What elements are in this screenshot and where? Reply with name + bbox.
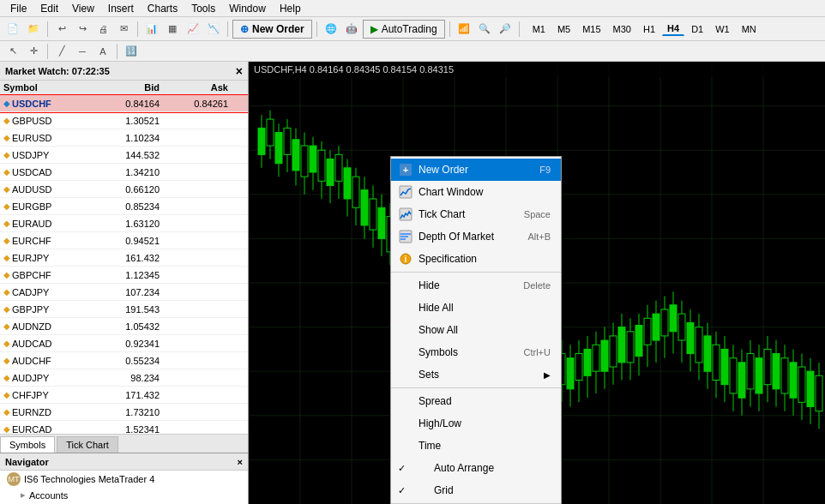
ctx-new-order[interactable]: + New Order F9 [391,159,561,181]
menu-file[interactable]: File [3,1,33,16]
market-watch-row[interactable]: ◆AUDCHF0.55234 [0,352,248,369]
undo-btn[interactable]: ↩ [52,20,71,39]
ctx-tick-chart-shortcut: Space [507,209,551,219]
menu-insert[interactable]: Insert [101,1,141,16]
menu-help[interactable]: Help [273,1,308,16]
accounts-arrow: ▸ [21,489,26,501]
tf-d1[interactable]: D1 [686,22,708,36]
nav-label-accounts: Accounts [29,490,68,501]
market-watch-row[interactable]: ◆EURJPY161.432 [0,249,248,267]
navigator-close[interactable]: × [238,457,243,467]
ctx-hide-all[interactable]: Hide All [391,297,561,319]
globe-btn[interactable]: 🌐 [322,20,340,39]
market-watch-row[interactable]: ◆EURNZD1.73210 [0,404,248,421]
market-watch-row[interactable]: ◆AUDCAD0.92341 [0,335,248,352]
menu-tools[interactable]: Tools [184,1,222,16]
ctx-time[interactable]: Time [391,435,561,457]
ctx-symbols-label: Symbols [419,346,458,358]
market-watch-row[interactable]: ◆AUDJPY98.234 [0,369,248,387]
print-btn[interactable]: 🖨 [93,20,112,39]
chart-btn[interactable]: 📊 [142,20,161,39]
ctx-depth-of-market[interactable]: Depth Of Market Alt+B [391,225,561,248]
ctx-grid[interactable]: ✓ Grid [391,479,561,501]
market-watch-row[interactable]: ◆AUDUSD0.66120 [0,181,248,198]
candle-btn[interactable]: 📈 [184,20,202,39]
line-tool[interactable]: ╱ [52,42,71,61]
fib-btn[interactable]: 🔢 [122,42,141,61]
cursor-btn[interactable]: ↖ [3,42,22,61]
svg-rect-107 [627,332,634,363]
symbol-name: EURCHF [12,236,51,246]
ctx-chart-window[interactable]: Chart Window [391,181,561,203]
ctx-auto-arrange[interactable]: ✓ Auto Arrange [391,457,561,479]
market-watch-title: Market Watch: 07:22:35 [5,66,110,76]
ctx-tick-chart[interactable]: Tick Chart Space [391,203,561,225]
signal-btn[interactable]: 📶 [455,20,473,39]
tab-symbols[interactable]: Symbols [0,436,55,453]
svg-rect-95 [575,354,582,381]
tab-tick-chart[interactable]: Tick Chart [57,436,118,453]
ctx-spread[interactable]: Spread [391,390,561,412]
tf-m1[interactable]: M1 [527,22,551,36]
ctx-high-low[interactable]: High/Low [391,412,561,435]
line-btn[interactable]: 📉 [204,20,223,39]
ctx-hide[interactable]: Hide Delete [391,274,561,297]
market-watch-row[interactable]: ◆USDCHF0.841640.84261 [0,95,248,112]
market-watch-row[interactable]: ◆GBPJPY191.543 [0,301,248,318]
market-watch-close[interactable]: × [236,65,243,77]
svg-rect-154 [400,186,412,198]
ctx-sets[interactable]: Sets ▶ [391,363,561,386]
bar-btn[interactable]: ▦ [163,20,182,39]
svg-rect-125 [704,336,711,371]
market-watch-row[interactable]: ◆AUDNZD1.05432 [0,318,248,335]
chart-area[interactable]: USDCHF,H4 0.84164 0.84345 0.84154 0.8431… [249,62,825,504]
email-btn[interactable]: ✉ [114,20,133,39]
market-watch-row[interactable]: ◆GBPUSD1.30521 [0,112,248,129]
symbol-name: CADJPY [12,287,49,297]
menu-charts[interactable]: Charts [141,1,184,16]
ctx-specification[interactable]: i Specification [391,248,561,270]
market-watch-row[interactable]: ◆CHFJPY171.432 [0,387,248,404]
market-watch-row[interactable]: ◆EURCHF0.94521 [0,232,248,249]
market-watch-row[interactable]: ◆EURCAD1.52341 [0,421,248,434]
robot-btn[interactable]: 🤖 [342,20,361,39]
zoom-in-btn[interactable]: 🔍 [475,20,494,39]
tf-mn[interactable]: MN [737,22,762,36]
symbol-bid: 1.63120 [94,217,163,231]
zoom-out-btn[interactable]: 🔎 [496,20,515,39]
symbol-bid: 0.94521 [94,234,163,248]
svg-rect-129 [721,349,728,384]
hline-tool[interactable]: ─ [73,42,92,61]
market-watch-row[interactable]: ◆EURUSD1.10234 [0,129,248,147]
market-watch-row[interactable]: ◆GBPCHF1.12345 [0,267,248,284]
autotrading-button[interactable]: ▶ AutoTrading [363,20,445,39]
cross-btn[interactable]: ✛ [24,42,43,61]
nav-item-accounts[interactable]: ▸ Accounts [0,488,248,502]
new-btn[interactable]: 📄 [3,20,22,39]
tf-m5[interactable]: M5 [552,22,575,36]
market-watch-row[interactable]: ◆EURGBP0.85234 [0,198,248,215]
sep5 [449,21,450,37]
redo-btn[interactable]: ↪ [73,20,92,39]
market-watch-row[interactable]: ◆USDCAD1.34210 [0,164,248,181]
market-watch-row[interactable]: ◆USDJPY144.532 [0,147,248,164]
tf-m30[interactable]: M30 [608,22,636,36]
text-btn[interactable]: A [93,42,112,61]
ctx-symbols[interactable]: Symbols Ctrl+U [391,341,561,363]
menu-window[interactable]: Window [222,1,273,16]
menu-view[interactable]: View [65,1,101,16]
market-watch-rows: ◆USDCHF0.841640.84261◆GBPUSD1.30521◆EURU… [0,95,248,434]
new-order-button[interactable]: ⊕ New Order [232,20,312,39]
main-toolbar: 📄 📁 ↩ ↪ 🖨 ✉ 📊 ▦ 📈 📉 ⊕ New Order 🌐 🤖 ▶ Au… [0,17,825,41]
market-watch-row[interactable]: ◆CADJPY107.234 [0,284,248,301]
market-watch-row[interactable]: ◆EURAUD1.63120 [0,215,248,232]
tf-h4[interactable]: H4 [662,21,684,36]
ctx-show-all[interactable]: Show All [391,319,561,341]
sep4 [316,21,317,37]
menu-edit[interactable]: Edit [33,1,65,16]
svg-rect-131 [730,358,737,393]
tf-m15[interactable]: M15 [577,22,605,36]
open-btn[interactable]: 📁 [24,20,43,39]
tf-w1[interactable]: W1 [710,22,735,36]
tf-h1[interactable]: H1 [638,22,660,36]
